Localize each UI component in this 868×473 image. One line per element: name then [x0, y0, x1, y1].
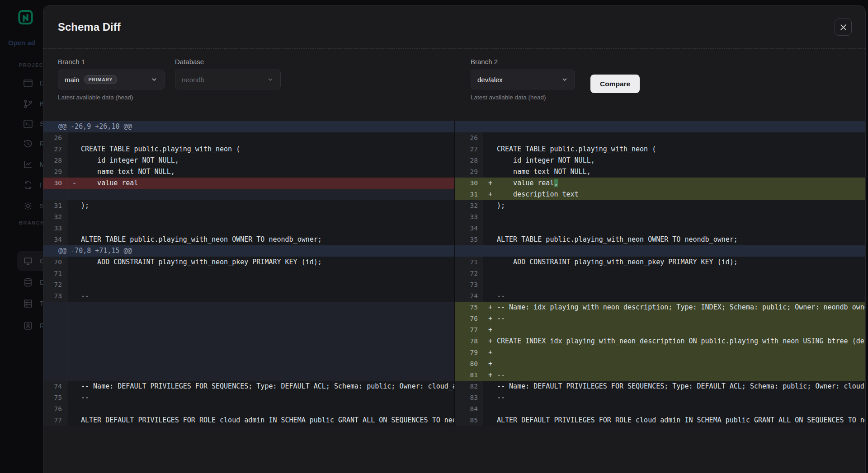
code-text: +: [483, 347, 865, 358]
code-text: CREATE TABLE public.playing_with_neon (: [483, 144, 865, 155]
branch2-select[interactable]: dev/alex: [471, 70, 575, 89]
filler-row: [43, 302, 454, 313]
diff-code-line: 71: [43, 268, 454, 279]
diff-code-line: 74 --: [455, 290, 865, 302]
diff-code-line: 31+ description text: [455, 189, 865, 200]
code-text: -- Name: DEFAULT PRIVILEGES FOR SEQUENCE…: [483, 381, 865, 392]
branch1-label: Branch 1: [58, 58, 165, 66]
line-number: 74: [455, 290, 483, 302]
close-icon: [840, 23, 847, 31]
compare-button[interactable]: Compare: [590, 75, 640, 93]
line-number: 29: [455, 166, 483, 178]
filler-row: [43, 347, 454, 358]
line-number: 75: [43, 392, 67, 403]
diff-code-line: 70 ADD CONSTRAINT playing_with_neon_pkey…: [43, 257, 454, 268]
code-text: );: [483, 200, 865, 211]
diff-code-line: 77+: [455, 324, 865, 336]
line-number: 26: [43, 132, 67, 144]
code-text: ADD CONSTRAINT playing_with_neon_pkey PR…: [483, 257, 865, 268]
diff-code-line: 26: [455, 132, 865, 144]
close-button[interactable]: [835, 19, 852, 36]
diff-code-line: 76: [43, 403, 454, 415]
line-number: 76: [43, 403, 67, 415]
diff-panel-right: 26 27 CREATE TABLE public.playing_with_n…: [455, 121, 865, 426]
code-text: name text NOT NULL,: [483, 166, 865, 178]
line-number-gutter: [43, 370, 67, 381]
code-text: [483, 268, 865, 279]
line-number: 35: [455, 234, 483, 245]
diff-code-line: 77 ALTER DEFAULT PRIVILEGES FOR ROLE clo…: [43, 415, 454, 426]
code-text: [67, 268, 454, 279]
code-text: --: [67, 392, 454, 403]
code-text: [483, 403, 865, 415]
code-text: + description text: [483, 189, 865, 200]
line-number-gutter: [43, 313, 67, 324]
compare-form: Branch 1 main PRIMARY Latest available d…: [43, 49, 865, 121]
line-number-gutter: [43, 347, 67, 358]
diff-code-line: 73: [455, 279, 865, 290]
hunk-header-row: [455, 121, 865, 132]
diff-code-line: 28 id integer NOT NULL,: [455, 155, 865, 166]
line-number: 83: [455, 392, 483, 403]
line-number-gutter: [43, 302, 67, 313]
line-number: 71: [455, 257, 483, 268]
diff-code-line: 28 id integer NOT NULL,: [43, 155, 454, 166]
line-number: 30: [455, 178, 483, 189]
line-number: 27: [455, 144, 483, 155]
line-number: 30: [43, 178, 67, 189]
code-text: ALTER DEFAULT PRIVILEGES FOR ROLE cloud_…: [67, 415, 454, 426]
code-text: id integer NOT NULL,: [483, 155, 865, 166]
diff-code-line: 71 ADD CONSTRAINT playing_with_neon_pkey…: [455, 257, 865, 268]
line-number: 81: [455, 370, 483, 381]
code-text: +--: [483, 370, 865, 381]
primary-badge: PRIMARY: [84, 75, 118, 84]
code-text: +-- Name: idx_playing_with_neon_descript…: [483, 302, 865, 313]
filler-row: [43, 358, 454, 370]
chevron-down-icon: [151, 76, 158, 83]
code-text: ALTER TABLE public.playing_with_neon OWN…: [67, 234, 454, 245]
line-number: 27: [43, 144, 67, 155]
code-text: [67, 223, 454, 234]
code-text: +: [483, 324, 865, 336]
chevron-down-icon: [561, 76, 568, 83]
diff-code-line: 85 ALTER DEFAULT PRIVILEGES FOR ROLE clo…: [455, 415, 865, 426]
branch1-value: main: [65, 76, 80, 84]
branch1-select[interactable]: main PRIMARY: [58, 70, 165, 89]
code-text: + value real,: [483, 178, 865, 189]
code-text: name text NOT NULL,: [67, 166, 454, 178]
code-text: --: [483, 290, 865, 302]
code-text: ADD CONSTRAINT playing_with_neon_pkey PR…: [67, 257, 454, 268]
line-number: 72: [455, 268, 483, 279]
line-number: 26: [455, 132, 483, 144]
modal-header: Schema Diff: [43, 6, 865, 49]
code-text: [67, 211, 454, 223]
diff-code-line: 80+: [455, 358, 865, 370]
database-select[interactable]: neondb: [175, 70, 281, 89]
code-text: [483, 211, 865, 223]
line-number: 73: [43, 290, 67, 302]
diff-code-line: 75+-- Name: idx_playing_with_neon_descri…: [455, 302, 865, 313]
code-text: +: [483, 358, 865, 370]
diff-code-line: 34: [455, 223, 865, 234]
line-number: 77: [43, 415, 67, 426]
code-text: +--: [483, 313, 865, 324]
line-number-gutter: [43, 336, 67, 347]
line-number: 32: [43, 211, 67, 223]
line-number: 85: [455, 415, 483, 426]
line-number: 73: [455, 279, 483, 290]
code-text: [67, 132, 454, 144]
modal-title: Schema Diff: [58, 21, 121, 33]
filler-row: [43, 313, 454, 324]
line-number: 82: [455, 381, 483, 392]
hunk-header-row: [455, 245, 865, 257]
code-text: id integer NOT NULL,: [67, 155, 454, 166]
code-text: ALTER DEFAULT PRIVILEGES FOR ROLE cloud_…: [483, 415, 865, 426]
diff-code-line: 30+ value real,: [455, 178, 865, 189]
line-number: 75: [455, 302, 483, 313]
diff-code-line: 83 --: [455, 392, 865, 403]
code-text: [67, 279, 454, 290]
line-number-gutter: [43, 358, 67, 370]
diff-code-line: 82 -- Name: DEFAULT PRIVILEGES FOR SEQUE…: [455, 381, 865, 392]
line-number-gutter: [43, 324, 67, 336]
diff-code-line: 75 --: [43, 392, 454, 403]
